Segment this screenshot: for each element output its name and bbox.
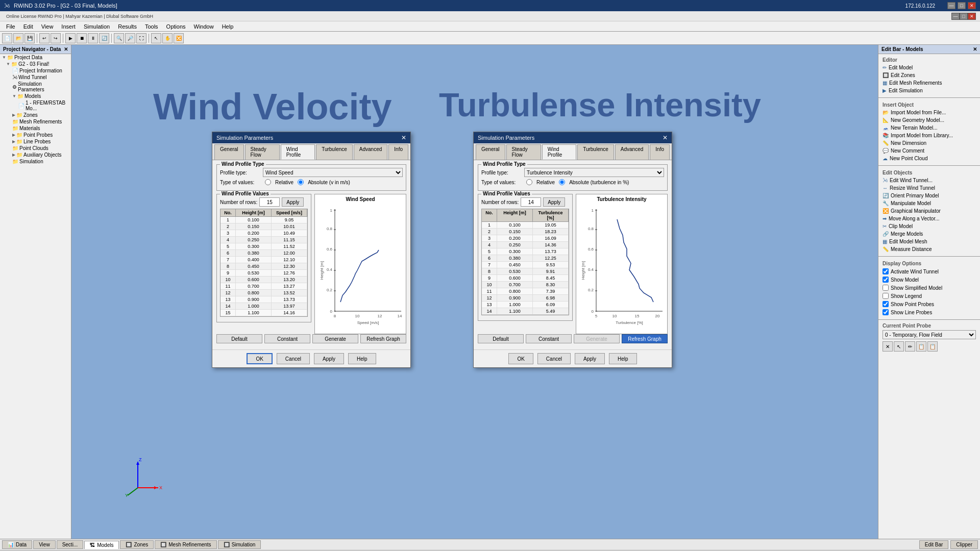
dialog1-generate-btn[interactable]: Generate	[312, 334, 358, 343]
tree-zones[interactable]: ▶ 📁 Zones	[0, 112, 71, 118]
toolbar-open[interactable]: 📂	[13, 33, 23, 43]
right-new-point-cloud[interactable]: ☁New Point Cloud	[878, 155, 980, 162]
tree-line-probes[interactable]: ▶ 📁 Line Probes	[0, 138, 71, 145]
toolbar-save[interactable]: 💾	[24, 33, 35, 43]
menu-simulation[interactable]: Simulation	[80, 22, 114, 31]
tab-edit-bar[interactable]: Edit Bar	[919, 540, 949, 549]
minimize-btn[interactable]: —	[947, 2, 955, 9]
tab-secti[interactable]: Secti...	[57, 540, 84, 549]
toolbar-btn3[interactable]: ⏸	[88, 33, 98, 43]
left-panel-collapse[interactable]: ✕	[64, 46, 68, 52]
menu-edit[interactable]: Edit	[19, 22, 37, 31]
tree-materials[interactable]: 📁 Materials	[0, 125, 71, 132]
show-model-checkbox[interactable]	[883, 277, 889, 283]
tab-view[interactable]: View	[33, 540, 56, 549]
dialog1-num-rows-input[interactable]	[259, 197, 280, 207]
toolbar-btn1[interactable]: ▶	[65, 33, 76, 43]
dialog1-profile-select[interactable]: Wind Speed	[263, 168, 403, 177]
dialog2-tab-steady[interactable]: Steady Flow	[506, 144, 541, 160]
show-line-probes-checkbox[interactable]	[883, 309, 889, 315]
dialog2-refresh-graph-btn[interactable]: Refresh Graph	[622, 334, 668, 343]
right-panel-collapse[interactable]: ✕	[973, 46, 977, 52]
dialog1-absolute-radio[interactable]	[298, 179, 304, 185]
tree-point-probes[interactable]: ▶ 📁 Point Probes	[0, 132, 71, 138]
toolbar-new[interactable]: 📄	[2, 33, 12, 43]
tab-clipper[interactable]: Clipper	[950, 540, 978, 549]
dialog2-close-btn[interactable]: ✕	[663, 134, 668, 141]
dialog2-apply-btn[interactable]: Apply	[575, 353, 605, 364]
dialog1-relative-radio[interactable]	[265, 179, 271, 185]
dialog2-apply-rows-btn[interactable]: Apply	[543, 197, 565, 207]
show-simplified-checkbox[interactable]	[883, 285, 889, 291]
probe-btn-copy[interactable]: 📋	[916, 341, 926, 352]
right-resize-wind-tunnel[interactable]: ↔Resize Wind Tunnel	[878, 184, 980, 192]
tree-auxiliary-objects[interactable]: ▶ 📁 Auxiliary Objects	[0, 152, 71, 158]
menu-results[interactable]: Results	[114, 22, 141, 31]
toolbar-select[interactable]: ↖	[151, 33, 161, 43]
tab-data[interactable]: 📊 Data	[2, 540, 32, 549]
right-new-dimension[interactable]: 📏New Dimension	[878, 139, 980, 147]
right-edit-mesh[interactable]: ▦Edit Mesh Refinements	[878, 79, 980, 87]
toolbar-undo[interactable]: ↩	[39, 33, 50, 43]
dialog2-ok-btn[interactable]: OK	[508, 353, 533, 364]
menu-insert[interactable]: Insert	[57, 22, 80, 31]
right-measure-distance[interactable]: 📏Measure Distance	[878, 245, 980, 253]
right-edit-model[interactable]: ✏Edit Model	[878, 64, 980, 71]
probe-btn-list[interactable]: 📋	[927, 341, 938, 352]
toolbar-redo[interactable]: ↪	[51, 33, 61, 43]
right-clip-model[interactable]: ✂Clip Model	[878, 222, 980, 230]
dialog1-tab-general[interactable]: General	[214, 144, 244, 160]
dialog1-tab-advanced[interactable]: Advanced	[354, 144, 387, 160]
dialog1-tab-info[interactable]: Info	[388, 144, 408, 160]
dialog2-tab-advanced[interactable]: Advanced	[615, 144, 649, 160]
dialog2-tab-info[interactable]: Info	[650, 144, 670, 160]
dialog1-tab-turbulence[interactable]: Turbulence	[316, 144, 353, 160]
right-import-library[interactable]: 📚Import Model from Library...	[878, 132, 980, 139]
dialog2-cancel-btn[interactable]: Cancel	[537, 353, 571, 364]
tree-simulation[interactable]: 📁 Simulation	[0, 158, 71, 165]
toolbar-move[interactable]: ✋	[162, 33, 173, 43]
right-edit-wind-tunnel[interactable]: 🌬Edit Wind Tunnel...	[878, 177, 980, 184]
dialog1-default-btn[interactable]: Default	[216, 334, 262, 343]
toolbar-btn4[interactable]: 🔄	[99, 33, 109, 43]
dialog2-help-btn[interactable]: Help	[609, 353, 637, 364]
dialog1-apply-btn[interactable]: Apply	[314, 353, 344, 364]
right-graphical-manipulator[interactable]: 🔀Graphical Manipulator	[878, 207, 980, 215]
probe-select[interactable]: 0 - Temporary, Flow Field	[883, 330, 976, 339]
right-edit-sim[interactable]: ▶Edit Simulation	[878, 87, 980, 94]
tab-mesh-refinements[interactable]: 🔲 Mesh Refinements	[155, 540, 216, 549]
dialog2-absolute-radio[interactable]	[559, 179, 565, 185]
menu-tools[interactable]: Tools	[141, 22, 162, 31]
license-close-btn[interactable]: ✕	[968, 13, 976, 20]
tree-mesh-refinements[interactable]: 📁 Mesh Refinements	[0, 118, 71, 125]
dialog1-cancel-btn[interactable]: Cancel	[277, 353, 310, 364]
dialog2-relative-radio[interactable]	[526, 179, 532, 185]
dialog2-tab-turbulence[interactable]: Turbulence	[577, 144, 614, 160]
activate-wind-tunnel-checkbox[interactable]	[883, 268, 889, 274]
dialog2-constant-btn[interactable]: Constant	[526, 334, 572, 343]
toolbar-fit[interactable]: ⛶	[136, 33, 146, 43]
show-legend-checkbox[interactable]	[883, 293, 889, 299]
dialog2-tab-general[interactable]: General	[476, 144, 505, 160]
tree-project-info[interactable]: 📄 Project Information	[0, 67, 71, 74]
toolbar-rotate[interactable]: 🔀	[174, 33, 184, 43]
tree-models[interactable]: ▼ 📁 Models	[0, 93, 71, 99]
right-move-along[interactable]: ➡Move Along a Vector...	[878, 215, 980, 222]
right-manipulate-model[interactable]: 🔧Manipulate Model	[878, 199, 980, 207]
probe-btn-arrow[interactable]: ↖	[894, 341, 904, 352]
maximize-btn[interactable]: □	[958, 2, 966, 9]
tab-simulation[interactable]: 🔲 Simulation	[218, 540, 261, 549]
tab-models[interactable]: 🏗 Models	[84, 541, 119, 549]
right-import-model[interactable]: 📂Import Model from File...	[878, 109, 980, 116]
dialog1-help-btn[interactable]: Help	[348, 353, 376, 364]
tree-model1[interactable]: 📄 1 - RFEM/RSTAB Mo...	[0, 99, 71, 112]
tree-project-data[interactable]: ▼ 📁 Project Data	[0, 54, 71, 61]
tree-sim-params[interactable]: ⚙ Simulation Parameters	[0, 81, 71, 93]
toolbar-btn2[interactable]: ⏹	[77, 33, 87, 43]
right-new-comment[interactable]: 💬New Comment	[878, 147, 980, 155]
dialog2-default-btn[interactable]: Default	[478, 334, 524, 343]
right-new-geometry[interactable]: 📐New Geometry Model...	[878, 116, 980, 124]
dialog2-generate-btn[interactable]: Generate	[574, 334, 620, 343]
menu-window[interactable]: Window	[190, 22, 218, 31]
right-orient-primary[interactable]: 🔄Orient Primary Model	[878, 192, 980, 199]
